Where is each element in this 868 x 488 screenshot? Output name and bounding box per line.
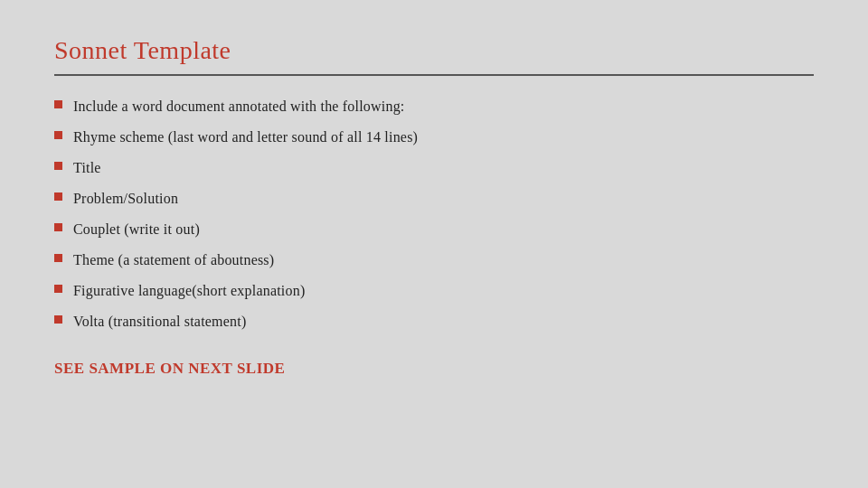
list-item: Figurative language(short explanation) <box>54 280 814 302</box>
bullet-text: Problem/Solution <box>73 188 178 210</box>
bullet-icon <box>54 192 62 201</box>
slide: Sonnet Template Include a word document … <box>0 0 868 488</box>
bullet-text: Couplet (write it out) <box>73 219 200 240</box>
list-item: Title <box>54 157 814 179</box>
bullet-icon <box>54 100 62 108</box>
bullet-text: Rhyme scheme (last word and letter sound… <box>73 127 418 148</box>
list-item: Include a word document annotated with t… <box>54 96 814 117</box>
bullet-text: Theme (a statement of aboutness) <box>73 249 274 271</box>
bullet-icon <box>54 315 62 324</box>
bullet-icon <box>54 162 62 170</box>
list-item: Rhyme scheme (last word and letter sound… <box>54 127 814 148</box>
bullet-text: Figurative language(short explanation) <box>73 280 305 302</box>
slide-title: Sonnet Template <box>54 36 814 65</box>
bullet-icon <box>54 285 62 293</box>
list-item: Problem/Solution <box>54 188 814 210</box>
list-item: Theme (a statement of aboutness) <box>54 249 814 271</box>
bullet-icon <box>54 131 62 139</box>
bullet-text: Title <box>73 157 101 179</box>
bullet-icon <box>54 223 62 231</box>
title-divider <box>54 74 814 76</box>
list-item: Couplet (write it out) <box>54 219 814 240</box>
list-item: Volta (transitional statement) <box>54 311 814 333</box>
bullet-icon <box>54 254 62 262</box>
bullet-list: Include a word document annotated with t… <box>54 96 814 333</box>
bullet-text: Include a word document annotated with t… <box>73 96 405 117</box>
see-sample-text: SEE SAMPLE ON NEXT SLIDE <box>54 360 814 378</box>
bullet-text: Volta (transitional statement) <box>73 311 246 333</box>
